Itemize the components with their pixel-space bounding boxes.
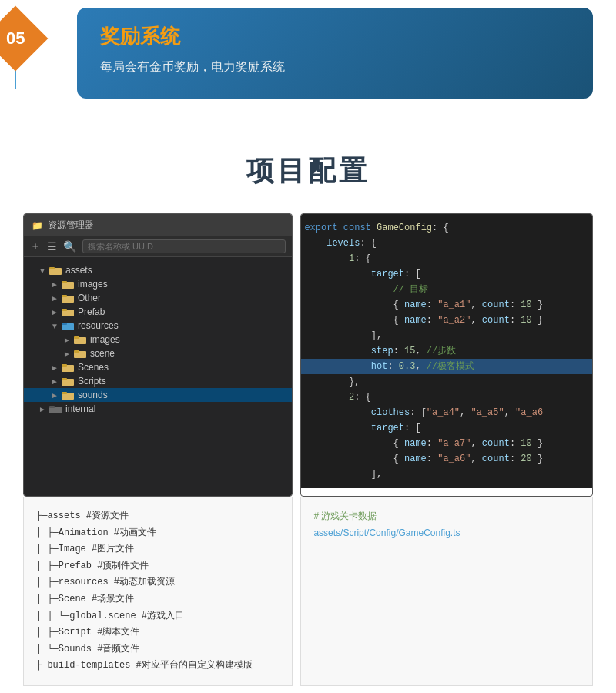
code-text-11: }, <box>301 375 360 389</box>
tree-item-sounds[interactable]: sounds <box>24 388 292 402</box>
code-line-16: { name: "a_a6", count: 20 } <box>301 451 592 467</box>
code-line-9: step: 15, //步数 <box>301 343 592 359</box>
desc-line-8: │ ├─Script #脚本文件 <box>36 624 280 641</box>
resources-label: resources <box>78 320 292 331</box>
arrow-resources <box>49 322 61 330</box>
code-panel: export const GameConfig: { levels: { 1: … <box>300 213 593 497</box>
assets-label: assets <box>65 265 292 276</box>
folder-scripts-icon <box>61 376 75 387</box>
panel-header: 📁 资源管理器 <box>24 214 292 236</box>
tree-item-internal[interactable]: internal <box>24 402 292 416</box>
folder-scenes-icon <box>61 362 75 373</box>
section-title-area: 项目配置 <box>0 122 616 213</box>
code-content: export const GameConfig: { levels: { 1: … <box>301 214 592 488</box>
folder-prefab-icon <box>61 306 75 317</box>
desc-line-1: ├─assets #资源文件 <box>36 508 280 525</box>
badge-number: 05 <box>6 28 25 49</box>
desc-line-9: │ └─Sounds #音频文件 <box>36 641 280 658</box>
code-text-4: target: [ <box>301 267 420 281</box>
svg-rect-3 <box>62 281 67 283</box>
folder-icon: 📁 <box>32 220 43 231</box>
folder-scene-icon <box>73 348 87 359</box>
svg-rect-11 <box>74 336 79 339</box>
arrow-scenes <box>49 363 61 372</box>
desc-line-3: │ ├─Image #图片文件 <box>36 541 280 558</box>
tree-item-assets[interactable]: assets <box>24 263 292 277</box>
folder-assets-icon <box>49 265 62 276</box>
scenes-label: Scenes <box>78 362 292 373</box>
code-text-5: // 目标 <box>301 283 428 296</box>
svg-rect-9 <box>62 323 67 325</box>
code-line-3: 1: { <box>301 251 592 266</box>
folder-sounds-icon <box>61 390 75 400</box>
folder-images-icon <box>61 279 75 290</box>
arrow-sounds <box>49 391 61 400</box>
menu-icon[interactable]: ☰ <box>47 240 57 253</box>
search-input[interactable] <box>82 239 286 253</box>
desc-line-4: │ ├─Prefab #预制件文件 <box>36 558 280 575</box>
code-line-12: 2: { <box>301 390 592 405</box>
tree-item-scripts[interactable]: Scripts <box>24 374 292 388</box>
code-text-12: 2: { <box>301 390 370 404</box>
code-line-2: levels: { <box>301 236 592 251</box>
top-section: 05 奖励系统 每局会有金币奖励，电力奖励系统 <box>0 8 616 122</box>
desc-comment: # 游戏关卡数据 <box>313 508 580 525</box>
res-images-label: images <box>90 334 292 345</box>
arrow-internal <box>36 405 49 413</box>
desc-panels: ├─assets #资源文件 │ ├─Animation #动画文件 │ ├─I… <box>23 497 593 686</box>
code-line-5: // 目标 <box>301 282 592 297</box>
code-line-13: clothes: ["a_a4", "a_a5", "a_a6 <box>301 405 592 420</box>
svg-rect-21 <box>49 406 55 408</box>
code-text-13: clothes: ["a_a4", "a_a5", "a_a6 <box>301 406 543 420</box>
add-icon[interactable]: ＋ <box>30 239 41 253</box>
section-title: 项目配置 <box>0 152 616 190</box>
desc-line-10: ├─build-templates #对应平台的自定义构建模版 <box>36 658 280 675</box>
desc-right: # 游戏关卡数据 assets/Script/Config/GameConfig… <box>300 497 593 686</box>
arrow-assets <box>36 266 49 275</box>
tree-item-scenes[interactable]: Scenes <box>24 360 292 374</box>
tree-item-images[interactable]: images <box>24 277 292 291</box>
panel-header-title: 资源管理器 <box>48 219 94 232</box>
reward-desc: 每局会有金币奖励，电力奖励系统 <box>100 59 570 75</box>
svg-rect-7 <box>62 309 67 311</box>
reward-title: 奖励系统 <box>100 23 570 50</box>
desc-path: assets/Script/Config/GameConfig.ts <box>313 525 580 542</box>
code-line-15: { name: "a_a7", count: 10 } <box>301 436 592 451</box>
code-line-17: ], <box>301 467 592 482</box>
code-text-8: ], <box>301 329 382 343</box>
code-text-1: export const GameConfig: { <box>301 221 448 235</box>
folder-internal-icon <box>49 403 62 414</box>
tree-item-scene[interactable]: scene <box>24 346 292 360</box>
arrow-images <box>49 280 61 289</box>
code-text-2: levels: { <box>301 236 377 250</box>
search-icon[interactable]: 🔍 <box>63 240 76 253</box>
desc-line-7: │ │ └─global.scene #游戏入口 <box>36 608 280 625</box>
code-text-15: { name: "a_a7", count: 10 } <box>301 437 543 450</box>
badge-diamond: 05 <box>0 6 48 72</box>
tree-item-other[interactable]: Other <box>24 291 292 305</box>
svg-rect-13 <box>74 350 79 353</box>
arrow-scene <box>61 350 73 358</box>
svg-rect-1 <box>49 267 55 270</box>
panel-toolbar: ＋ ☰ 🔍 <box>24 236 292 257</box>
tree-item-res-images[interactable]: images <box>24 333 292 346</box>
code-line-8: ], <box>301 328 592 343</box>
tree-item-prefab[interactable]: Prefab <box>24 305 292 319</box>
code-text-14: target: [ <box>301 421 420 435</box>
badge-container: 05 <box>0 15 38 89</box>
file-tree-panel: 📁 资源管理器 ＋ ☰ 🔍 assets <box>23 213 293 497</box>
tree-item-resources[interactable]: resources <box>24 319 292 333</box>
code-text-6: { name: "a_a1", count: 10 } <box>301 298 543 312</box>
code-text-9: step: 15, //步数 <box>301 344 456 358</box>
code-text-7: { name: "a_a2", count: 10 } <box>301 313 543 327</box>
svg-rect-15 <box>62 364 67 367</box>
svg-rect-5 <box>62 295 67 297</box>
reward-card: 奖励系统 每局会有金币奖励，电力奖励系统 <box>77 8 593 99</box>
code-text-3: 1: { <box>301 252 370 266</box>
scripts-label: Scripts <box>78 376 292 387</box>
code-text-16: { name: "a_a6", count: 20 } <box>301 452 543 466</box>
scene-label: scene <box>90 348 292 359</box>
images-label: images <box>78 279 292 290</box>
folder-other-icon <box>61 293 75 303</box>
code-line-4: target: [ <box>301 266 592 282</box>
